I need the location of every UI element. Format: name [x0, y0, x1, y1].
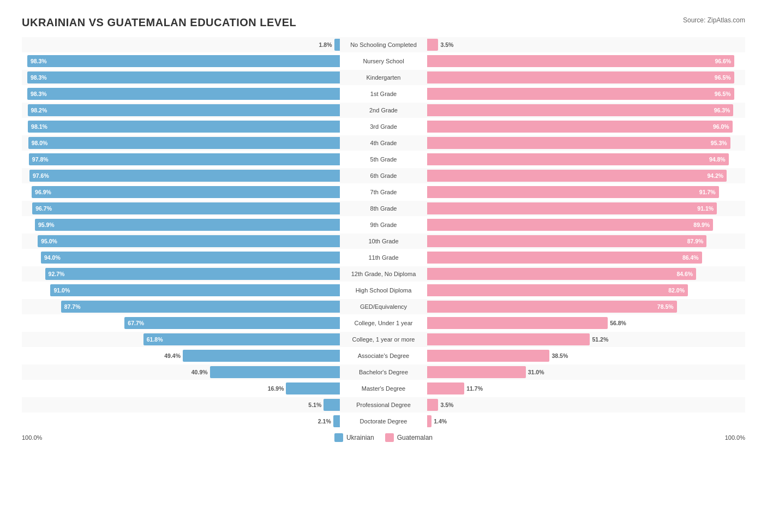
bar-right-outside-label: 56.8% [610, 320, 626, 326]
bar-right: 86.4% [427, 252, 702, 264]
bar-left: 92.7% [45, 268, 340, 280]
left-section: 92.7% [22, 266, 340, 282]
left-section: 61.8% [22, 332, 340, 347]
chart-source: Source: ZipAtlas.com [683, 16, 745, 24]
left-section: 98.3% [22, 53, 340, 69]
bar-right-inside-label: 94.8% [709, 156, 726, 163]
row-center-label: 6th Grade [340, 172, 427, 179]
bar-left-inside-label: 92.7% [49, 271, 65, 277]
bar-row: 61.8% College, 1 year or more 51.2% [22, 332, 745, 347]
bar-left: 87.7% [61, 301, 340, 313]
bar-right [427, 366, 526, 378]
left-section: 96.9% [22, 184, 340, 200]
bar-left [210, 366, 340, 378]
bar-left [183, 350, 340, 362]
bar-left-inside-label: 98.1% [31, 123, 47, 130]
bar-left-inside-label: 96.9% [35, 189, 51, 195]
row-center-label: No Schooling Completed [340, 41, 427, 48]
bar-right-inside-label: 78.5% [657, 303, 674, 310]
bar-right-outside-label: 51.2% [592, 336, 608, 343]
right-section: 94.8% [427, 152, 745, 167]
bar-right: 78.5% [427, 301, 677, 313]
right-section: 91.1% [427, 201, 745, 216]
bar-right-inside-label: 95.3% [711, 140, 727, 146]
bar-right-inside-label: 96.6% [715, 58, 731, 64]
row-center-label: 8th Grade [340, 205, 427, 212]
bar-row: 1.8% No Schooling Completed 3.5% [22, 37, 745, 52]
bar-left-inside-label: 87.7% [64, 303, 81, 310]
left-section: 87.7% [22, 299, 340, 314]
bar-right-inside-label: 82.0% [668, 287, 685, 294]
bar-right-inside-label: 91.7% [699, 189, 716, 195]
bar-right: 96.3% [427, 104, 733, 116]
row-center-label: College, 1 year or more [340, 336, 427, 343]
guatemalan-color-swatch [385, 433, 394, 442]
right-section: 78.5% [427, 299, 745, 314]
bar-right [427, 333, 590, 345]
right-section: 86.4% [427, 250, 745, 265]
row-center-label: 3rd Grade [340, 123, 427, 130]
row-center-label: 9th Grade [340, 222, 427, 228]
bar-right [427, 39, 438, 51]
bar-left-inside-label: 67.7% [128, 320, 144, 326]
left-section: 98.0% [22, 135, 340, 151]
bar-row: 87.7% GED/Equivalency 78.5% [22, 299, 745, 314]
bar-left: 67.7% [124, 317, 340, 329]
row-center-label: Doctorate Degree [340, 418, 427, 425]
right-section: 51.2% [427, 332, 745, 347]
bar-left-outside-label: 40.9% [191, 369, 208, 375]
bar-left: 95.0% [38, 235, 340, 247]
left-section: 97.8% [22, 152, 340, 167]
rows-container: 1.8% No Schooling Completed 3.5% 98.3% N… [22, 37, 745, 429]
bar-right-outside-label: 31.0% [528, 369, 544, 375]
bar-left: 98.3% [27, 71, 340, 83]
right-section: 56.8% [427, 315, 745, 331]
chart-title: UKRAINIAN VS GUATEMALAN EDUCATION LEVEL [22, 16, 296, 29]
bar-right-outside-label: 3.5% [440, 402, 453, 408]
right-section: 96.3% [427, 103, 745, 118]
bar-left: 98.0% [28, 137, 340, 149]
bar-row: 2.1% Doctorate Degree 1.4% [22, 414, 745, 429]
bar-left-inside-label: 98.3% [31, 58, 47, 64]
row-center-label: College, Under 1 year [340, 320, 427, 326]
bar-left-inside-label: 61.8% [147, 336, 163, 343]
right-section: 1.4% [427, 414, 745, 429]
bar-right: 91.1% [427, 202, 717, 214]
bar-right: 91.7% [427, 186, 719, 198]
right-section: 96.5% [427, 86, 745, 101]
bar-right-inside-label: 86.4% [682, 254, 699, 261]
left-section: 40.9% [22, 364, 340, 380]
bar-left: 98.3% [27, 88, 340, 100]
bar-left-outside-label: 2.1% [318, 418, 331, 425]
bar-right-inside-label: 96.3% [714, 107, 730, 113]
bar-right-inside-label: 96.5% [715, 74, 731, 81]
right-section: 96.0% [427, 119, 745, 134]
bar-right: 82.0% [427, 284, 688, 296]
bar-left-inside-label: 94.0% [44, 254, 61, 261]
row-center-label: 12th Grade, No Diploma [340, 271, 427, 277]
bar-right-outside-label: 3.5% [440, 41, 453, 48]
left-section: 2.1% [22, 414, 340, 429]
right-section: 96.5% [427, 70, 745, 85]
bar-right [427, 382, 464, 394]
bar-left-inside-label: 95.9% [38, 222, 55, 228]
row-center-label: Associate's Degree [340, 352, 427, 359]
bar-left: 96.9% [32, 186, 340, 198]
row-center-label: 5th Grade [340, 156, 427, 163]
bar-left: 96.7% [32, 202, 340, 214]
legend-guatemalan: Guatemalan [385, 433, 433, 442]
bar-right: 87.9% [427, 235, 706, 247]
bar-right: 94.8% [427, 153, 729, 165]
row-center-label: 4th Grade [340, 140, 427, 146]
bar-row: 95.9% 9th Grade 89.9% [22, 217, 745, 232]
bar-left-inside-label: 98.0% [32, 140, 48, 146]
bar-left-inside-label: 97.8% [32, 156, 49, 163]
bar-row: 40.9% Bachelor's Degree 31.0% [22, 364, 745, 380]
bar-left: 91.0% [50, 284, 340, 296]
bar-left: 61.8% [143, 333, 340, 345]
row-center-label: 11th Grade [340, 254, 427, 261]
bar-right [427, 399, 438, 411]
bar-row: 49.4% Associate's Degree 38.5% [22, 348, 745, 363]
bar-row: 98.3% Kindergarten 96.5% [22, 70, 745, 85]
left-section: 67.7% [22, 315, 340, 331]
